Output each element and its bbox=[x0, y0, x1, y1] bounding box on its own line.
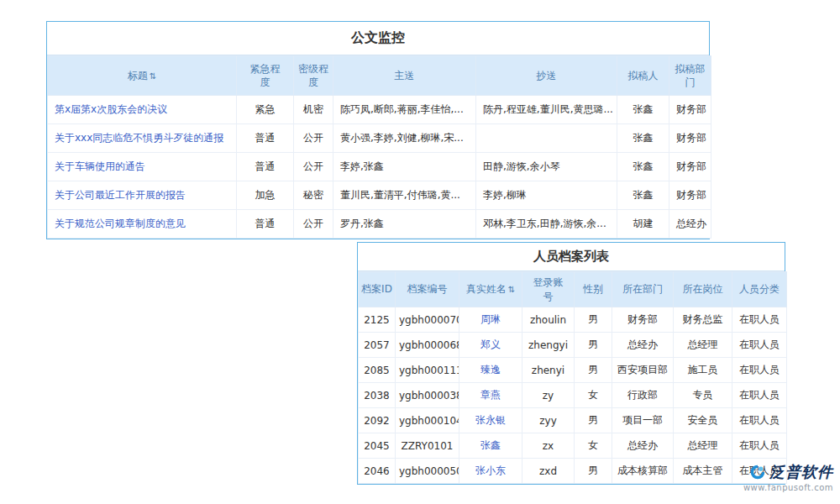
drafter-cell: 胡建 bbox=[617, 210, 669, 239]
dept-cell: 总经办 bbox=[612, 433, 674, 459]
doc-monitor-panel: 公文监控 标题⇅ 紧急程度 密级程度 主送 抄送 拟稿人 拟稿部门 bbox=[46, 21, 710, 239]
drafter-cell: 张鑫 bbox=[617, 181, 669, 210]
category-cell: 在职人员 bbox=[732, 433, 787, 459]
gender-cell: 男 bbox=[575, 459, 612, 484]
column-header-label: 真实姓名 bbox=[466, 283, 507, 295]
secrecy-cell: 秘密 bbox=[294, 181, 333, 210]
dept-cell: 总经办 bbox=[612, 333, 674, 358]
main-send-cell: 黄小强,李婷,刘健,柳琳,宋... bbox=[333, 124, 476, 153]
gender-cell: 女 bbox=[575, 433, 612, 459]
page: 公文监控 标题⇅ 紧急程度 密级程度 主送 抄送 拟稿人 拟稿部门 bbox=[0, 0, 840, 504]
position-cell: 安全员 bbox=[674, 408, 732, 433]
real-name-link[interactable]: 章燕 bbox=[459, 383, 522, 408]
column-header-login: 登录账号 bbox=[522, 272, 575, 307]
secrecy-cell: 公开 bbox=[294, 124, 333, 153]
archive-no-cell: ygbh000111 bbox=[396, 358, 459, 383]
table-row: 2125 ygbh000070 周琳 zhoulin 男 财务部 财务总监 在职… bbox=[359, 307, 787, 333]
real-name-link[interactable]: 张永银 bbox=[459, 408, 522, 433]
cc-cell: 陈丹,程亚雄,董川民,黄思璐... bbox=[476, 96, 617, 124]
table-row: 第x届第x次股东会的决议 紧急 机密 陈巧凤,断郎,蒋丽,李佳怡,... 陈丹,… bbox=[48, 96, 711, 124]
draft-dept-cell: 财务部 bbox=[669, 124, 711, 153]
table-row: 2092 ygbh000104 张永银 zyy 男 项目一部 安全员 在职人员 bbox=[359, 408, 787, 433]
real-name-link[interactable]: 臻逸 bbox=[459, 358, 522, 383]
table-row: 2057 ygbh000068 郑义 zhengyi 男 总经办 总经理 在职人… bbox=[359, 333, 787, 358]
category-cell: 在职人员 bbox=[732, 383, 787, 408]
column-header-secrecy: 密级程度 bbox=[294, 56, 333, 96]
cc-cell: 李婷,柳琳 bbox=[476, 181, 617, 210]
gender-cell: 女 bbox=[575, 383, 612, 408]
gender-cell: 男 bbox=[575, 307, 612, 333]
doc-title-link[interactable]: 关于车辆使用的通告 bbox=[48, 153, 237, 181]
sort-icon: ⇅ bbox=[508, 285, 515, 294]
position-cell: 总经理 bbox=[674, 333, 732, 358]
doc-header-row: 标题⇅ 紧急程度 密级程度 主送 抄送 拟稿人 拟稿部门 bbox=[48, 56, 711, 96]
main-send-cell: 陈巧凤,断郎,蒋丽,李佳怡,... bbox=[333, 96, 476, 124]
table-row: 2038 ygbh000038 章燕 zy 女 行政部 专员 在职人员 bbox=[359, 383, 787, 408]
archive-no-cell: ZZRY0101 bbox=[396, 433, 459, 459]
doc-title-link[interactable]: 第x届第x次股东会的决议 bbox=[48, 96, 237, 124]
column-header-dept: 所在部门 bbox=[612, 272, 674, 307]
urgency-cell: 紧急 bbox=[237, 96, 294, 124]
draft-dept-cell: 财务部 bbox=[669, 153, 711, 181]
real-name-link[interactable]: 张鑫 bbox=[459, 433, 522, 459]
table-row: 关于公司最近工作开展的报告 加急 秘密 董川民,董清平,付伟璐,黄... 李婷,… bbox=[48, 181, 711, 210]
drafter-cell: 张鑫 bbox=[617, 153, 669, 181]
real-name-link[interactable]: 郑义 bbox=[459, 333, 522, 358]
column-header-title[interactable]: 标题⇅ bbox=[48, 56, 237, 96]
archive-no-cell: ygbh000050 bbox=[396, 459, 459, 484]
archive-id-cell: 2092 bbox=[359, 408, 396, 433]
draft-dept-cell: 总经办 bbox=[669, 210, 711, 239]
brand-name: 泛普软件 bbox=[769, 462, 833, 482]
personnel-title: 人员档案列表 bbox=[358, 243, 785, 271]
cc-cell: 邓林,李卫东,田静,游恢,余... bbox=[476, 210, 617, 239]
secrecy-cell: 机密 bbox=[294, 96, 333, 124]
doc-title-link[interactable]: 关于xxx同志临危不惧勇斗歹徒的通报 bbox=[48, 124, 237, 153]
position-cell: 总经理 bbox=[674, 433, 732, 459]
table-row: 2085 ygbh000111 臻逸 zhenyi 男 西安项目部 施工员 在职… bbox=[359, 358, 787, 383]
login-cell: zhenyi bbox=[522, 358, 575, 383]
doc-monitor-title: 公文监控 bbox=[47, 22, 709, 55]
sort-icon: ⇅ bbox=[150, 71, 156, 81]
login-cell: zyy bbox=[522, 408, 575, 433]
urgency-cell: 普通 bbox=[237, 210, 294, 239]
column-header-category: 人员分类 bbox=[732, 272, 787, 307]
dept-cell: 财务部 bbox=[612, 307, 674, 333]
column-header-gender: 性别 bbox=[575, 272, 612, 307]
dept-cell: 行政部 bbox=[612, 383, 674, 408]
category-cell: 在职人员 bbox=[732, 333, 787, 358]
archive-no-cell: ygbh000038 bbox=[396, 383, 459, 408]
login-cell: zxd bbox=[522, 459, 575, 484]
archive-no-cell: ygbh000104 bbox=[396, 408, 459, 433]
urgency-cell: 普通 bbox=[237, 153, 294, 181]
urgency-cell: 普通 bbox=[237, 124, 294, 153]
position-cell: 财务总监 bbox=[674, 307, 732, 333]
cc-cell bbox=[476, 124, 617, 153]
dept-cell: 西安项目部 bbox=[612, 358, 674, 383]
draft-dept-cell: 财务部 bbox=[669, 96, 711, 124]
archive-id-cell: 2085 bbox=[359, 358, 396, 383]
login-cell: zhoulin bbox=[522, 307, 575, 333]
archive-id-cell: 2038 bbox=[359, 383, 396, 408]
gender-cell: 男 bbox=[575, 358, 612, 383]
real-name-link[interactable]: 周琳 bbox=[459, 307, 522, 333]
column-header-real-name[interactable]: 真实姓名⇅ bbox=[459, 272, 522, 307]
drafter-cell: 张鑫 bbox=[617, 124, 669, 153]
archive-id-cell: 2057 bbox=[359, 333, 396, 358]
cc-cell: 田静,游恢,余小琴 bbox=[476, 153, 617, 181]
personnel-panel: 人员档案列表 档案ID 档案编号 真实姓名⇅ 登录账号 性别 所在部门 所在岗位… bbox=[357, 242, 785, 485]
real-name-link[interactable]: 张小东 bbox=[459, 459, 522, 484]
column-header-cc: 抄送 bbox=[476, 56, 617, 96]
category-cell: 在职人员 bbox=[732, 408, 787, 433]
doc-title-link[interactable]: 关于公司最近工作开展的报告 bbox=[48, 181, 237, 210]
brand-url: www.fanpusoft.com bbox=[743, 483, 833, 492]
table-row: 关于xxx同志临危不惧勇斗歹徒的通报 普通 公开 黄小强,李婷,刘健,柳琳,宋.… bbox=[48, 124, 711, 153]
position-cell: 专员 bbox=[674, 383, 732, 408]
archive-id-cell: 2046 bbox=[359, 459, 396, 484]
doc-title-link[interactable]: 关于规范公司规章制度的意见 bbox=[48, 210, 237, 239]
login-cell: zhengyi bbox=[522, 333, 575, 358]
secrecy-cell: 公开 bbox=[294, 153, 333, 181]
main-send-cell: 董川民,董清平,付伟璐,黄... bbox=[333, 181, 476, 210]
table-row: 关于规范公司规章制度的意见 普通 公开 罗丹,张鑫 邓林,李卫东,田静,游恢,余… bbox=[48, 210, 711, 239]
gender-cell: 男 bbox=[575, 408, 612, 433]
column-header-position: 所在岗位 bbox=[674, 272, 732, 307]
